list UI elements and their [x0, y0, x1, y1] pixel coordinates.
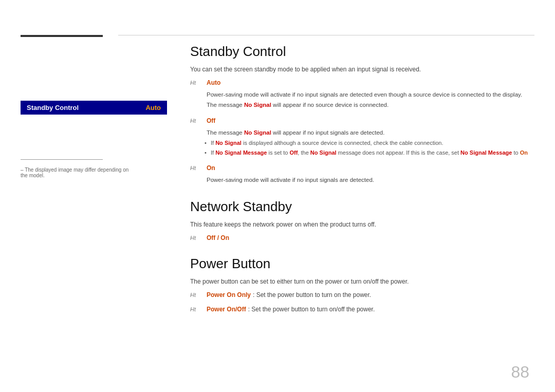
- standby-on-block: Ht On Power-saving mode will activate if…: [190, 164, 529, 184]
- standby-off-value: Off: [207, 117, 215, 124]
- standby-off-desc1: The message No Signal will appear if no …: [207, 128, 529, 137]
- page-number: 88: [511, 363, 529, 382]
- standby-auto-block: Ht Auto Power-saving mode will activate …: [190, 79, 529, 110]
- ht-label-power-on-off: Ht: [190, 306, 205, 312]
- standby-auto-desc2: The message No Signal will appear if no …: [207, 101, 529, 109]
- ht-label-on: Ht: [190, 165, 205, 171]
- sidebar-item-value: Auto: [145, 104, 161, 111]
- power-on-off-block: Ht Power On/Off: Set the power button to…: [190, 306, 529, 313]
- standby-off-bullet1: If No Signal is displayed although a sou…: [211, 139, 529, 147]
- power-on-off-value: Power On/Off: [207, 306, 246, 313]
- top-divider: [118, 35, 534, 35]
- standby-on-desc1: Power-saving mode will activate if no in…: [207, 176, 529, 184]
- network-standby-ht-block: Ht Off / On: [190, 234, 529, 241]
- ht-label-network: Ht: [190, 235, 205, 241]
- standby-auto-value: Auto: [207, 79, 220, 86]
- power-on-only-block: Ht Power On Only: Set the power button t…: [190, 291, 529, 298]
- ht-label-auto: Ht: [190, 80, 205, 86]
- power-on-only-value: Power On Only: [207, 291, 251, 298]
- main-content: Standby Control You can set the screen s…: [190, 44, 529, 320]
- standby-control-section: Standby Control You can set the screen s…: [190, 44, 529, 184]
- standby-control-desc: You can set the screen standby mode to b…: [190, 65, 529, 74]
- ht-label-off: Ht: [190, 118, 205, 124]
- power-on-off-desc: : Set the power button to turn on/off th…: [248, 306, 375, 313]
- standby-on-row: Ht On: [190, 164, 529, 172]
- standby-off-bullet2: If No Signal Message is set to Off, the …: [211, 148, 529, 157]
- standby-off-block: Ht Off The message No Signal will appear…: [190, 117, 529, 157]
- power-button-desc: The power button can be set to either tu…: [190, 277, 529, 286]
- network-standby-desc: This feature keeps the network power on …: [190, 220, 529, 229]
- standby-on-value: On: [207, 164, 215, 172]
- power-on-only-row: Ht Power On Only: Set the power button t…: [190, 291, 529, 298]
- sidebar-top-bar: [21, 35, 103, 37]
- sidebar-bottom-line: [21, 159, 103, 160]
- power-on-off-row: Ht Power On/Off: Set the power button to…: [190, 306, 529, 313]
- sidebar-item-label: Standby Control: [27, 104, 79, 111]
- network-standby-value: Off / On: [207, 234, 229, 241]
- power-on-only-desc: : Set the power button to turn on the po…: [253, 291, 371, 298]
- standby-auto-desc1: Power-saving mode will activate if no in…: [207, 90, 529, 99]
- standby-auto-row: Ht Auto: [190, 79, 529, 86]
- network-standby-section: Network Standby This feature keeps the n…: [190, 199, 529, 241]
- sidebar-note: – The displayed image may differ dependi…: [21, 167, 134, 178]
- network-standby-title: Network Standby: [190, 199, 529, 215]
- power-button-title: Power Button: [190, 256, 529, 272]
- network-standby-ht-row: Ht Off / On: [190, 234, 529, 241]
- ht-label-power-on-only: Ht: [190, 292, 205, 298]
- sidebar-standby-control-item[interactable]: Standby Control Auto: [21, 101, 167, 115]
- standby-control-title: Standby Control: [190, 44, 529, 60]
- standby-off-row: Ht Off: [190, 117, 529, 124]
- power-button-section: Power Button The power button can be set…: [190, 256, 529, 313]
